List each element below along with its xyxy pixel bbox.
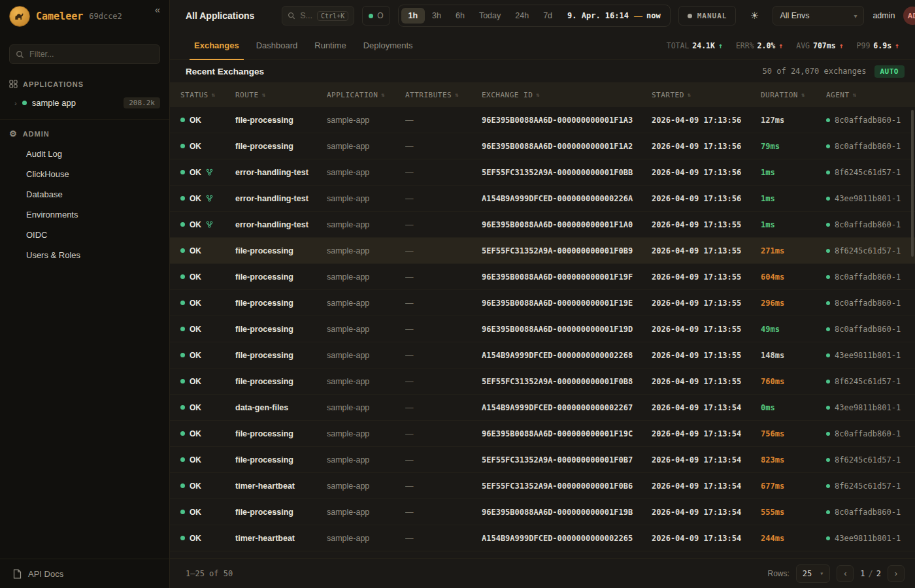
rows-per-page-select[interactable]: 25 ▾ [796,564,830,583]
tab-deployments[interactable]: Deployments [355,31,422,59]
previous-page-button[interactable]: ‹ [837,565,854,582]
duration-cell: 49ms [761,325,826,334]
sidebar-item-clickhouse[interactable]: ClickHouse [0,164,169,184]
sort-icon: ⇅ [688,91,691,98]
time-range-3h[interactable]: 3h [425,8,448,24]
route-cell: error-handling-test [235,194,327,203]
table-row[interactable]: OK file-processing sample-app — 96E395B0… [170,107,915,133]
time-range-today[interactable]: Today [472,8,508,24]
agent-cell: 8c0affadb860-1 [826,508,905,517]
camel-logo-icon[interactable] [9,6,30,27]
sidebar: Cameleer 69dcce2 « Filter... APPLICATION… [0,0,170,588]
route-cell: error-handling-test [235,220,327,229]
online-toggle[interactable]: O [362,6,390,25]
table-row[interactable]: OK timer-heartbeat sample-app — A154B9A9… [170,525,915,551]
applications-section-header: APPLICATIONS [0,71,169,93]
table-row[interactable]: OK file-processing sample-app — 96E395B0… [170,499,915,525]
sidebar-item-api-docs[interactable]: API Docs [0,559,169,588]
status-cell: OK [180,220,235,229]
table-row[interactable]: OK error-handling-test sample-app — A154… [170,186,915,212]
time-range-24h[interactable]: 24h [508,8,536,24]
sidebar-item-oidc[interactable]: OIDC [0,225,169,245]
exchanges-table: STATUS⇅ROUTE⇅APPLICATION⇅ATTRIBUTES⇅EXCH… [170,82,915,558]
global-search-input[interactable]: S... Ctrl+K [282,6,354,25]
rows-per-page-value: 25 [803,569,812,578]
chevron-down-icon: ▾ [820,570,824,577]
status-ok-dot [180,118,185,122]
time-range-7d[interactable]: 7d [536,8,559,24]
status-label: OK [190,351,201,360]
agent-id: 8c0affadb860-1 [835,299,901,308]
column-header-started[interactable]: STARTED⇅ [652,91,761,99]
sidebar-item-users-roles[interactable]: Users & Roles [0,245,169,265]
status-label: OK [190,168,201,177]
fork-icon [206,169,213,176]
sort-icon: ⇅ [536,91,540,98]
application-cell: sample-app [327,194,405,203]
app-logo-suffix: 69dcce2 [89,12,122,21]
sidebar-collapse-icon[interactable]: « [155,0,160,15]
column-header-exchange-id[interactable]: EXCHANGE ID⇅ [482,91,652,99]
sidebar-item-database[interactable]: Database [0,184,169,204]
agent-cell: 8c0affadb860-1 [826,142,905,151]
chevron-right-icon[interactable]: › [14,99,17,107]
application-cell: sample-app [327,351,405,360]
table-row[interactable]: OK file-processing sample-app — 96E395B0… [170,264,915,290]
online-label: O [377,11,383,20]
status-cell: OK [180,377,235,386]
column-header-agent[interactable]: AGENT⇅ [826,91,905,99]
topbar-right-cluster: MANUAL ☀ All Envs ▾ admin AD [678,6,915,25]
column-header-attributes[interactable]: ATTRIBUTES⇅ [405,91,482,99]
route-cell: file-processing [235,299,327,308]
theme-toggle-button[interactable]: ☀ [744,6,764,25]
table-row[interactable]: OK error-handling-test sample-app — 96E3… [170,212,915,238]
started-cell: 2026-04-09 17:13:56 [652,142,761,151]
column-header-application[interactable]: APPLICATION⇅ [327,91,405,99]
table-row[interactable]: OK data-gen-files sample-app — A154B9A99… [170,395,915,421]
table-row[interactable]: OK timer-heartbeat sample-app — 5EF55FC3… [170,473,915,499]
column-header-status[interactable]: STATUS⇅ [180,91,235,99]
table-row[interactable]: OK file-processing sample-app — 5EF55FC3… [170,447,915,473]
started-cell: 2026-04-09 17:13:55 [652,351,761,360]
column-header-duration[interactable]: DURATION⇅ [761,91,826,99]
table-row[interactable]: OK file-processing sample-app — A154B9A9… [170,342,915,368]
sidebar-item-environments[interactable]: Environments [0,204,169,225]
tab-exchanges[interactable]: Exchanges [186,31,248,59]
status-cell: OK [180,351,235,360]
sidebar-item-sample-app[interactable]: › sample app 208.2k [0,93,169,114]
environment-select[interactable]: All Envs ▾ [773,6,864,25]
agent-cell: 8c0affadb860-1 [826,299,905,308]
attributes-cell: — [405,429,482,438]
status-ok-dot [180,248,185,253]
tab-runtime[interactable]: Runtime [306,31,354,59]
tab-dashboard[interactable]: Dashboard [248,31,307,59]
scrollbar-thumb[interactable] [911,110,914,257]
status-cell: OK [180,508,235,517]
avatar[interactable]: AD [903,7,915,25]
manual-refresh-button[interactable]: MANUAL [678,6,737,25]
table-row[interactable]: OK file-processing sample-app — 96E395B0… [170,316,915,342]
duration-cell: 296ms [761,299,826,308]
time-range-6h[interactable]: 6h [448,8,472,24]
table-row[interactable]: OK error-handling-test sample-app — 5EF5… [170,159,915,186]
auto-refresh-badge[interactable]: AUTO [874,65,905,78]
exchange-id-cell: 5EF55FC31352A9A-000000000001F0B9 [482,246,652,255]
table-row[interactable]: OK file-processing sample-app — 96E395B0… [170,290,915,316]
sidebar-filter-input[interactable]: Filter... [9,44,160,64]
range-end[interactable]: now [644,11,667,20]
exchange-id-cell: A154B9A999DFCED-0000000000002265 [482,534,652,543]
status-ok-dot [180,457,185,462]
column-header-route[interactable]: ROUTE⇅ [235,91,327,99]
time-range-1h[interactable]: 1h [401,8,425,24]
range-start[interactable]: 9. Apr. 16:14 [559,11,633,20]
status-cell: OK [180,116,235,125]
table-row[interactable]: OK file-processing sample-app — 5EF55FC3… [170,238,915,264]
table-row[interactable]: OK file-processing sample-app — 96E395B0… [170,133,915,159]
table-row[interactable]: OK file-processing sample-app — 5EF55FC3… [170,368,915,395]
page-indicator: 1 / 2 [860,569,881,578]
application-cell: sample-app [327,455,405,465]
sidebar-item-audit-log[interactable]: Audit Log [0,144,169,164]
next-page-button[interactable]: › [888,565,905,582]
application-cell: sample-app [327,246,405,255]
table-row[interactable]: OK file-processing sample-app — 96E395B0… [170,421,915,447]
